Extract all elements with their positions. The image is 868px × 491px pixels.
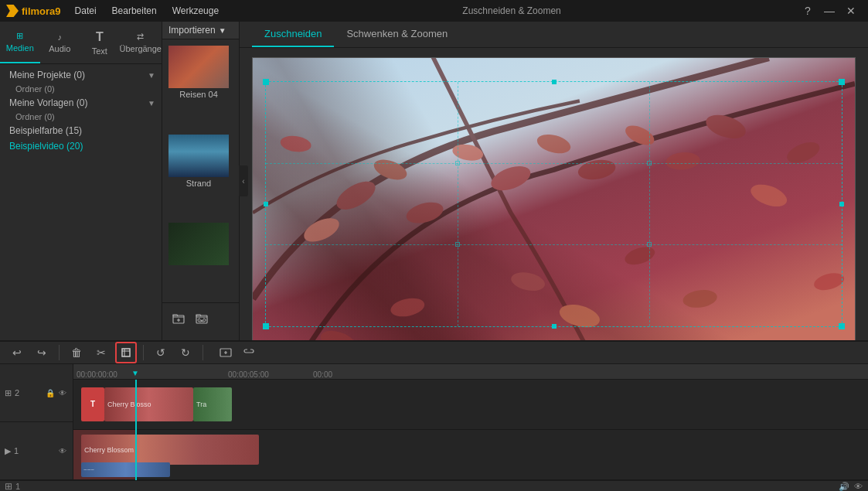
menu-bearbeiten[interactable]: Bearbeiten [104, 0, 165, 22]
import-button[interactable]: Importieren ▼ [168, 25, 226, 36]
collapse-panel-button[interactable]: ‹ [239, 165, 248, 196]
thumb-reisen-image [168, 46, 229, 88]
ruler-mark-2: 00:00 [313, 370, 332, 379]
media-thumb-reisen[interactable]: Reisen 04 [168, 46, 229, 131]
svg-point-16 [389, 295, 426, 319]
ruler-mark-0: 00:00:00:00 [77, 370, 117, 379]
media-thumb-dark[interactable] [168, 223, 229, 296]
window-controls: ? — ✕ [797, 0, 862, 22]
add-folder-button[interactable] [168, 309, 189, 329]
timeline-body: ⊞ 2 🔒 👁 ▶ 1 👁 [0, 364, 868, 480]
menu-datei[interactable]: Datei [67, 0, 104, 22]
track-1-controls: 👁 [57, 445, 68, 456]
rotate-left-button[interactable]: ↺ [150, 342, 172, 363]
track-1-icon: ▶ [5, 446, 11, 456]
tree-beispielfarbe[interactable]: Beispielfarbe (15) [0, 123, 162, 138]
link-folder-button[interactable] [192, 309, 212, 329]
help-button[interactable]: ? [797, 0, 819, 22]
track-bottom-bar: ⊞ 1 🔊 👁 [0, 480, 868, 491]
arrow-icon-2: ▼ [148, 99, 155, 107]
timeline-area: ↩ ↪ 🗑 ✂ ↺ ↻ [0, 340, 868, 491]
toolbar-separator-1 [59, 345, 60, 360]
clip-t-label: T [90, 400, 95, 408]
toolbar-separator-2 [143, 345, 144, 360]
rotate-right-button[interactable]: ↻ [175, 342, 196, 363]
clip-main-label: Cherry Blossom [81, 446, 137, 454]
tree-ordner-0[interactable]: Ordner (0) [0, 83, 162, 95]
tree-ordner-1[interactable]: Ordner (0) [0, 111, 162, 123]
svg-rect-23 [122, 349, 130, 356]
svg-point-10 [665, 151, 700, 171]
timeline-ruler: 00:00:00:00 00:00:05:00 00:00 [73, 364, 868, 380]
audio-icon: ♪ [58, 32, 63, 42]
dialog-tabs: Zuschneiden Schwenken & Zoomen [240, 22, 868, 48]
svg-point-7 [535, 131, 573, 157]
timeline-extra-controls [216, 343, 259, 363]
ruler-mark-1: 00:00:05:00 [228, 370, 269, 379]
tab-zuschneiden[interactable]: Zuschneiden [252, 22, 334, 47]
clip-tra-label: Tra [193, 401, 209, 408]
logo-icon [6, 5, 19, 17]
tab-uebergaenge[interactable]: ⇄ Übergänge [120, 22, 162, 63]
video-preview [252, 57, 856, 340]
tab-schwenken[interactable]: Schwenken & Zoomen [334, 22, 460, 47]
track-label-2: ⊞ 2 🔒 👁 [0, 364, 73, 422]
svg-point-22 [812, 270, 846, 293]
thumb-reisen-label: Reisen 04 [168, 88, 229, 101]
undo-button[interactable]: ↩ [6, 342, 28, 363]
track-label-1: ▶ 1 👁 [0, 422, 73, 480]
track-1-label: 1 [14, 446, 19, 455]
medien-icon: ⊞ [16, 31, 23, 41]
cut-button[interactable]: ✂ [90, 342, 112, 363]
close-button[interactable]: ✕ [840, 0, 862, 22]
track-2-eye-button[interactable]: 👁 [57, 387, 68, 398]
media-bottom-bar [162, 302, 239, 333]
redo-button[interactable]: ↪ [31, 342, 53, 363]
dialog-title-bar: Zuschneiden & Zoomen [233, 5, 791, 16]
clip-t[interactable]: T [81, 387, 104, 422]
tl-link-button[interactable] [239, 343, 259, 363]
delete-button[interactable]: 🗑 [66, 342, 87, 363]
tree-meine-projekte[interactable]: Meine Projekte (0) ▼ [0, 67, 162, 83]
uebergaenge-label: Übergänge [120, 44, 162, 53]
track-bottom-eye-button-2[interactable]: 👁 [853, 481, 863, 491]
menu-werkzeuge[interactable]: Werkzeuge [165, 0, 226, 22]
media-thumb-strand[interactable]: Strand [168, 135, 229, 220]
audio-label: Audio [49, 44, 70, 53]
track-2-icon: ⊞ [5, 388, 12, 398]
track-1-eye-button[interactable]: 👁 [57, 445, 68, 456]
crop-button[interactable] [115, 342, 137, 363]
text-label: Text [92, 46, 107, 56]
playhead[interactable] [135, 380, 137, 480]
thumb-dark-image [168, 223, 229, 265]
svg-point-14 [623, 244, 657, 268]
track-bottom-audio-button[interactable]: 🔊 [839, 481, 849, 491]
tree-beispielvideo[interactable]: Beispielvideo (20) [0, 138, 162, 154]
track-row-2: T Cherry Blosso Tra [73, 380, 868, 430]
svg-point-21 [318, 326, 359, 340]
import-arrow-icon: ▼ [219, 26, 226, 35]
tab-text[interactable]: T Text [80, 22, 120, 63]
tab-audio[interactable]: ♪ Audio [40, 22, 80, 63]
svg-point-13 [509, 270, 546, 294]
track-2-label: 2 [15, 388, 19, 397]
media-grid: Reisen 04 Strand [162, 39, 239, 302]
media-tree: Meine Projekte (0) ▼ Ordner (0) Meine Vo… [0, 64, 162, 340]
timeline-content: 00:00:00:00 00:00:05:00 00:00 T [73, 364, 868, 480]
clip-main-video[interactable]: Cherry Blossom [81, 435, 259, 464]
tab-medien[interactable]: ⊞ Medien [0, 22, 40, 63]
clip-audio[interactable]: ~~~ [81, 462, 170, 477]
uebergaenge-icon: ⇄ [137, 32, 144, 42]
clip-tra[interactable]: Tra [193, 387, 232, 422]
left-panel: ⊞ Medien ♪ Audio T Text ⇄ Übergänge [0, 22, 162, 340]
clip-cherry-label: Cherry Blosso [104, 401, 155, 408]
tl-add-track-button[interactable] [216, 343, 236, 363]
toolbar-separator-3 [203, 345, 203, 360]
tree-meine-vorlagen[interactable]: Meine Vorlagen (0) ▼ [0, 95, 162, 111]
minimize-button[interactable]: — [819, 0, 840, 22]
svg-point-15 [748, 180, 790, 211]
track-2-lock-button[interactable]: 🔒 [45, 387, 56, 398]
tracks-area: T Cherry Blosso Tra [73, 380, 868, 480]
clip-cherry-blossom[interactable]: Cherry Blosso [104, 387, 193, 422]
preview-area: ⏮ ▶ ⏭ 00:00:00 00:00:04 Seitenverhältnis… [240, 48, 868, 340]
